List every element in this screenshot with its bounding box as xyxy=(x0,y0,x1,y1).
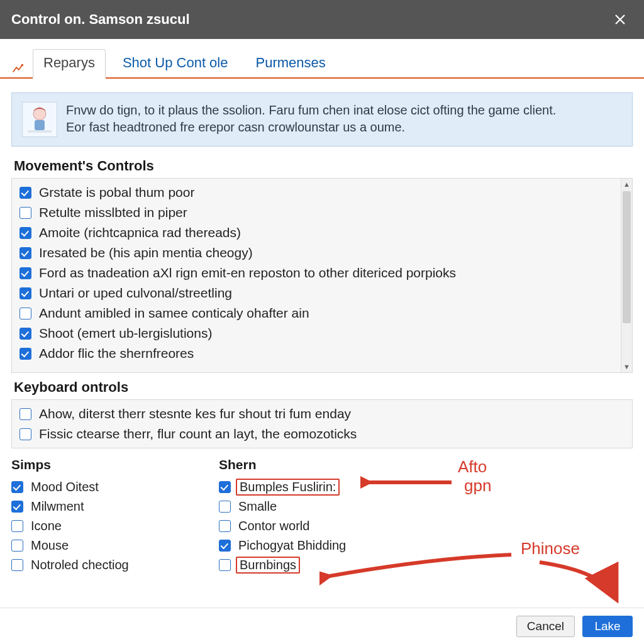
tab-decorative-icon xyxy=(9,60,26,77)
checkbox-label: Grstate is pobal thum poor xyxy=(39,185,194,200)
checkbox-label: Amoite (richtcapnica rad thereads) xyxy=(39,225,241,240)
close-icon xyxy=(614,13,626,26)
list-item: Andunt amibled in samee conticaly ohafte… xyxy=(19,303,619,323)
keyboard-controls-heading: Keyboard ontrols xyxy=(14,379,633,396)
checkbox[interactable] xyxy=(219,481,231,493)
list-item: Contor world xyxy=(219,516,445,536)
movement-controls-heading: Movement's Controls xyxy=(14,158,633,174)
list-item: Iresated be (his apin mentia cheogy) xyxy=(19,243,619,263)
checkbox[interactable] xyxy=(11,520,23,532)
checkbox-label: Mood Oitest xyxy=(31,480,99,494)
list-item: Untari or uped culvonal/streetling xyxy=(19,283,619,303)
checkbox[interactable] xyxy=(19,408,31,420)
checkbox[interactable] xyxy=(19,187,31,199)
list-item: Burnbings xyxy=(219,555,445,575)
checkbox[interactable] xyxy=(219,520,231,532)
scroll-down-icon[interactable]: ▼ xyxy=(621,361,632,372)
close-button[interactable] xyxy=(608,7,633,32)
checkbox[interactable] xyxy=(19,308,31,319)
simps-column: Simps Mood Oitest Milwment Icone Mouse N… xyxy=(11,457,213,575)
checkbox-label: Andunt amibled in samee conticaly ohafte… xyxy=(39,306,309,321)
checkbox[interactable] xyxy=(219,559,231,571)
titlebar: Control on. Samson zsucul xyxy=(0,0,644,39)
tab-label: Shot Up Cont ole xyxy=(123,55,228,70)
svg-rect-4 xyxy=(35,120,45,130)
checkbox[interactable] xyxy=(19,287,31,299)
checkbox-label: Icone xyxy=(31,519,62,533)
checkbox-label: Milwment xyxy=(31,499,84,514)
keyboard-controls-list: Ahow, diterst therr stesnte kes fur shou… xyxy=(11,399,633,448)
info-line-1: Fnvw do tign, to it plaus the ssolion. F… xyxy=(66,102,556,119)
checkbox[interactable] xyxy=(219,501,231,513)
checkbox-label: Bumples Fuslirin: xyxy=(236,479,340,496)
list-item: Fissic ctearse therr, flur count an layt… xyxy=(19,424,619,444)
cancel-button[interactable]: Cancel xyxy=(516,616,575,637)
tab-label: Reparys xyxy=(43,55,95,70)
list-item: Addor flic the shernfreores xyxy=(19,343,619,364)
scroll-up-icon[interactable]: ▲ xyxy=(621,179,632,190)
list-item: Milwment xyxy=(11,497,213,516)
tab-shot-up-contole[interactable]: Shot Up Cont ole xyxy=(112,49,239,77)
avatar-icon xyxy=(22,102,57,137)
shern-heading: Shern xyxy=(219,457,445,472)
checkbox-label: Mouse xyxy=(31,538,69,553)
list-item: Amoite (richtcapnica rad thereads) xyxy=(19,223,619,243)
checkbox-label: Addor flic the shernfreores xyxy=(39,346,194,361)
list-item: Grstate is pobal thum poor xyxy=(19,182,619,203)
checkbox[interactable] xyxy=(19,207,31,219)
button-label: Cancel xyxy=(527,619,564,633)
checkbox[interactable] xyxy=(19,227,31,239)
checkbox-label: Smalle xyxy=(238,499,277,514)
tab-strip: Reparys Shot Up Cont ole Purmenses xyxy=(0,39,644,79)
checkbox[interactable] xyxy=(219,540,231,552)
checkbox-label: Contor world xyxy=(238,519,309,533)
info-line-2: Eor fast headtroned fre erepor casn crow… xyxy=(66,119,556,136)
list-item: Smalle xyxy=(219,497,445,516)
list-item: Ahow, diterst therr stesnte kes fur shou… xyxy=(19,404,619,424)
list-item: Mouse xyxy=(11,536,213,555)
movement-controls-list: Grstate is pobal thum poor Retulte missl… xyxy=(11,178,633,373)
checkbox[interactable] xyxy=(11,540,23,552)
checkbox-label: Untari or uped culvonal/streetling xyxy=(39,286,232,301)
checkbox-label: Notroled chectiog xyxy=(31,558,129,572)
checkbox-label: Fissic ctearse therr, flur count an layt… xyxy=(39,426,357,441)
checkbox[interactable] xyxy=(19,267,31,279)
checkbox-label: Pichogyat Bhidding xyxy=(238,538,346,553)
list-item: Ford as tnadeation aXl rign emit-en repo… xyxy=(19,263,619,283)
list-item: Retulte misslbted in piper xyxy=(19,203,619,223)
tab-reparys[interactable]: Reparys xyxy=(33,49,106,79)
checkbox[interactable] xyxy=(19,328,31,340)
list-item: Bumples Fuslirin: xyxy=(219,477,445,497)
shern-column: Shern Bumples Fuslirin: Smalle Contor wo… xyxy=(219,457,445,575)
checkbox-label: Shoot (emert ub-lergislutions) xyxy=(39,326,212,341)
checkbox[interactable] xyxy=(11,501,23,513)
scrollbar[interactable]: ▲ ▼ xyxy=(621,179,632,372)
simps-heading: Simps xyxy=(11,457,213,472)
tab-label: Purmenses xyxy=(255,55,325,70)
checkbox[interactable] xyxy=(19,247,31,259)
list-item: Notroled chectiog xyxy=(11,555,213,575)
info-banner: Fnvw do tign, to it plaus the ssolion. F… xyxy=(11,92,633,147)
checkbox[interactable] xyxy=(11,481,23,493)
checkbox[interactable] xyxy=(11,559,23,571)
dialog-footer: Cancel Lake xyxy=(0,608,644,644)
window-title: Control on. Samson zsucul xyxy=(11,11,190,28)
checkbox[interactable] xyxy=(19,348,31,360)
list-item: Icone xyxy=(11,516,213,536)
list-item: Mood Oitest xyxy=(11,477,213,497)
checkbox-label: Iresated be (his apin mentia cheogy) xyxy=(39,245,253,260)
list-item: Shoot (emert ub-lergislutions) xyxy=(19,323,619,343)
button-label: Lake xyxy=(594,619,620,633)
lower-columns: Simps Mood Oitest Milwment Icone Mouse N… xyxy=(11,457,633,575)
checkbox-label: Burnbings xyxy=(236,557,300,574)
checkbox-label: Retulte misslbted in piper xyxy=(39,205,187,220)
svg-point-2 xyxy=(21,64,24,67)
svg-rect-5 xyxy=(28,130,52,133)
list-item: Pichogyat Bhidding xyxy=(219,536,445,555)
tab-purmenses[interactable]: Purmenses xyxy=(245,49,336,77)
ok-button[interactable]: Lake xyxy=(582,616,633,637)
checkbox-label: Ahow, diterst therr stesnte kes fur shou… xyxy=(39,406,351,421)
content-area: Fnvw do tign, to it plaus the ssolion. F… xyxy=(0,79,644,575)
checkbox[interactable] xyxy=(19,428,31,440)
scroll-thumb[interactable] xyxy=(623,191,631,323)
